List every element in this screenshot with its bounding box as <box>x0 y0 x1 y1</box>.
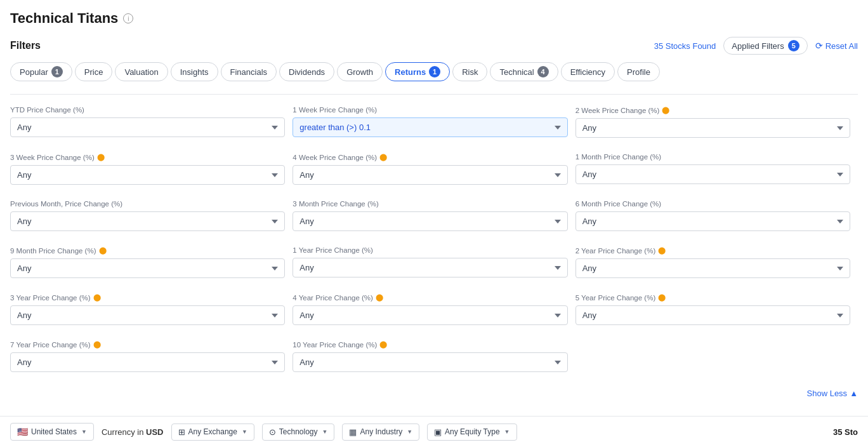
help-icon-2year[interactable]: ⬤ <box>658 246 666 255</box>
filter-2year-price-change: 2 Year Price Change (%) ⬤ Any <box>575 240 858 287</box>
chevron-up-icon: ▲ <box>850 389 858 398</box>
show-less-button[interactable]: Show Less ▲ <box>807 389 858 398</box>
divider <box>10 94 858 95</box>
filter-3month-label: 3 Month Price Change (%) <box>293 200 567 208</box>
help-icon-3week[interactable]: ⬤ <box>97 153 105 161</box>
tab-returns-label: Returns <box>395 67 426 77</box>
filter-ytd-label: YTD Price Change (%) <box>10 106 285 114</box>
filter-4week-label: 4 Week Price Change (%) ⬤ <box>293 153 567 161</box>
filter-7year-select[interactable]: Any <box>10 352 285 372</box>
filter-1year-price-change: 1 Year Price Change (%) Any <box>293 240 575 287</box>
tab-technical-label: Technical <box>499 67 534 77</box>
tab-profile[interactable]: Profile <box>617 62 660 81</box>
filter-3year-price-change: 3 Year Price Change (%) ⬤ Any <box>10 287 293 334</box>
filter-7year-price-change: 7 Year Price Change (%) ⬤ Any <box>10 334 293 381</box>
tab-technical-count: 4 <box>537 66 549 77</box>
tab-insights[interactable]: Insights <box>171 62 218 81</box>
filter-5year-select[interactable]: Any <box>575 305 850 325</box>
page-title: Technical Titans <box>10 10 118 27</box>
help-icon-4week[interactable]: ⬤ <box>379 153 387 161</box>
stocks-found-count: 35 Stocks Found <box>654 41 716 51</box>
filter-3week-price-change: 3 Week Price Change (%) ⬤ Any <box>10 147 293 194</box>
filter-7year-label: 7 Year Price Change (%) ⬤ <box>10 340 285 349</box>
filter-1week-select[interactable]: greater than (>) 0.1 Any <box>293 117 567 137</box>
filter-3week-select[interactable]: Any <box>10 165 285 185</box>
reset-icon: ⟳ <box>815 41 823 51</box>
reset-all-label: Reset All <box>825 41 858 51</box>
filters-title: Filters <box>10 40 41 51</box>
filter-3month-price-change: 3 Month Price Change (%) Any <box>293 194 575 240</box>
tab-risk[interactable]: Risk <box>452 62 487 81</box>
tab-price-label: Price <box>84 67 103 77</box>
filter-2year-select[interactable]: Any <box>575 258 850 278</box>
tab-insights-label: Insights <box>180 67 209 77</box>
filter-6month-label: 6 Month Price Change (%) <box>575 200 850 208</box>
tab-growth-label: Growth <box>346 67 373 77</box>
filters-grid: YTD Price Change (%) Any 1 Week Price Ch… <box>10 100 858 381</box>
applied-filters-label: Applied Filters <box>732 41 784 51</box>
filter-4week-select[interactable]: Any <box>293 165 567 185</box>
filter-tabs: Popular 1 Price Valuation Insights Finan… <box>10 62 858 81</box>
help-icon-2week[interactable]: ⬤ <box>662 106 669 114</box>
filter-2week-price-change: 2 Week Price Change (%) ⬤ Any <box>575 100 858 147</box>
help-icon-3year[interactable]: ⬤ <box>93 293 101 302</box>
tab-valuation-label: Valuation <box>124 67 158 77</box>
tab-returns-count: 1 <box>429 66 440 77</box>
tab-efficiency-label: Efficiency <box>570 67 605 77</box>
tab-financials[interactable]: Financials <box>221 62 277 81</box>
help-icon-10year[interactable]: ⬤ <box>379 340 387 349</box>
filter-prev-month-select[interactable]: Any <box>10 211 285 231</box>
filter-empty-cell <box>575 334 858 381</box>
filter-4year-price-change: 4 Year Price Change (%) ⬤ Any <box>293 287 575 334</box>
filter-6month-price-change: 6 Month Price Change (%) Any <box>575 194 858 240</box>
reset-all-button[interactable]: ⟳ Reset All <box>815 41 858 51</box>
filter-ytd-price-change: YTD Price Change (%) Any <box>10 100 293 147</box>
filter-2year-label: 2 Year Price Change (%) ⬤ <box>575 246 850 255</box>
filter-4year-select[interactable]: Any <box>293 305 567 325</box>
filter-1month-select[interactable]: Any <box>575 164 850 184</box>
filter-prev-month-label: Previous Month, Price Change (%) <box>10 200 285 208</box>
tab-risk-label: Risk <box>462 67 478 77</box>
filter-10year-price-change: 10 Year Price Change (%) ⬤ Any <box>293 334 575 381</box>
tab-popular[interactable]: Popular 1 <box>10 62 72 81</box>
filter-3month-select[interactable]: Any <box>293 211 567 231</box>
filter-4week-price-change: 4 Week Price Change (%) ⬤ Any <box>293 147 575 194</box>
help-icon-5year[interactable]: ⬤ <box>658 293 666 302</box>
tab-growth[interactable]: Growth <box>337 62 383 81</box>
show-less-label: Show Less <box>807 389 848 398</box>
filter-3year-select[interactable]: Any <box>10 305 285 325</box>
tab-returns[interactable]: Returns 1 <box>385 62 450 81</box>
filter-9month-price-change: 9 Month Price Change (%) ⬤ Any <box>10 240 293 287</box>
tab-dividends[interactable]: Dividends <box>279 62 334 81</box>
tab-efficiency[interactable]: Efficiency <box>561 62 615 81</box>
tab-financials-label: Financials <box>230 67 268 77</box>
help-icon-9month[interactable]: ⬤ <box>99 246 107 255</box>
info-icon[interactable]: i <box>123 13 133 23</box>
help-icon-7year[interactable]: ⬤ <box>93 340 101 349</box>
filter-1week-label: 1 Week Price Change (%) <box>293 106 567 114</box>
tab-popular-count: 1 <box>51 66 63 77</box>
tab-valuation[interactable]: Valuation <box>115 62 168 81</box>
filter-2week-label: 2 Week Price Change (%) ⬤ <box>575 106 850 114</box>
filter-9month-label: 9 Month Price Change (%) ⬤ <box>10 246 285 255</box>
tab-popular-label: Popular <box>20 67 48 77</box>
filter-ytd-select[interactable]: Any <box>10 117 285 137</box>
filter-1year-select[interactable]: Any <box>293 258 567 277</box>
help-icon-4year[interactable]: ⬤ <box>376 293 383 302</box>
filter-5year-price-change: 5 Year Price Change (%) ⬤ Any <box>575 287 858 334</box>
applied-filters-badge[interactable]: Applied Filters 5 <box>723 37 807 55</box>
filter-prev-month-price-change: Previous Month, Price Change (%) Any <box>10 194 293 240</box>
filter-1month-label: 1 Month Price Change (%) <box>575 153 850 161</box>
tab-technical[interactable]: Technical 4 <box>490 62 558 81</box>
tab-profile-label: Profile <box>627 67 650 77</box>
filter-3week-label: 3 Week Price Change (%) ⬤ <box>10 153 285 161</box>
filter-3year-label: 3 Year Price Change (%) ⬤ <box>10 293 285 302</box>
filter-2week-select[interactable]: Any <box>575 118 850 138</box>
filter-10year-label: 10 Year Price Change (%) ⬤ <box>293 340 567 349</box>
filter-6month-select[interactable]: Any <box>575 211 850 231</box>
filter-1month-price-change: 1 Month Price Change (%) Any <box>575 147 858 194</box>
tab-price[interactable]: Price <box>75 62 113 81</box>
filter-10year-select[interactable]: Any <box>293 352 567 372</box>
filter-1year-label: 1 Year Price Change (%) <box>293 246 567 254</box>
filter-9month-select[interactable]: Any <box>10 258 285 278</box>
